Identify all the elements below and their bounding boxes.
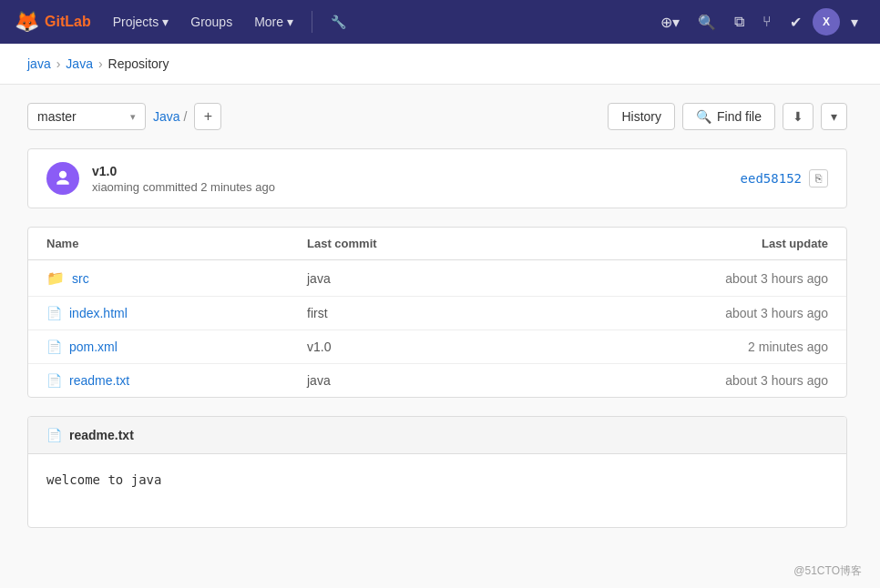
branch-name: master [37, 109, 77, 124]
readme-header: 📄 readme.txt [28, 417, 846, 454]
chevron-down-icon: ▾ [162, 15, 169, 29]
file-icon: 📄 [46, 373, 62, 388]
chevron-down-icon: ▾ [672, 14, 680, 31]
commit-box: v1.0 xiaoming committed 2 minutes ago ee… [27, 148, 847, 208]
file-name-text: src [72, 271, 89, 286]
file-name-text: index.html [69, 306, 128, 320]
file-name-index[interactable]: 📄 index.html [46, 306, 307, 320]
file-name-pom[interactable]: 📄 pom.xml [46, 340, 307, 354]
branch-chevron: ▾ [130, 111, 136, 123]
nav-groups[interactable]: Groups [179, 0, 243, 44]
file-name-readme[interactable]: 📄 readme.txt [46, 373, 307, 388]
brand-logo[interactable]: 🦊 GitLab [15, 10, 91, 34]
navbar-right: ⊕ ▾ 🔍 ⧉ ⑂ ✔ X ▾ [653, 8, 865, 36]
file-name-text: pom.xml [69, 340, 118, 354]
breadcrumb-sep-1: › [56, 56, 61, 71]
commit-msg: first [307, 306, 568, 320]
path-segment: Java / [153, 109, 187, 124]
copy-hash-btn[interactable]: ⎘ [809, 169, 828, 188]
table-row: 📁 src java about 3 hours ago [28, 260, 846, 297]
table-row: 📄 pom.xml v1.0 2 minutes ago [28, 330, 846, 364]
nav-wrench[interactable]: 🔧 [320, 0, 357, 44]
commit-hash-text[interactable]: eed58152 [741, 171, 802, 186]
file-name-src[interactable]: 📁 src [46, 269, 307, 287]
breadcrumb-current: Repository [108, 56, 169, 71]
issues-btn[interactable]: ⑂ [755, 8, 779, 35]
user-avatar[interactable]: X [813, 8, 840, 35]
todos-btn[interactable]: ✔ [783, 8, 809, 36]
commit-avatar [46, 162, 79, 195]
more-options-btn[interactable]: ▾ [821, 103, 847, 130]
plus-icon: ⊕ [660, 14, 672, 31]
file-name-text: readme.txt [69, 373, 129, 388]
breadcrumb: java › Java › Repository [0, 44, 880, 85]
commit-hash: eed58152 ⎘ [741, 169, 828, 188]
search-btn[interactable]: 🔍 [691, 8, 723, 36]
file-icon: 📄 [46, 340, 62, 354]
breadcrumb-Java-link[interactable]: Java [66, 56, 93, 71]
add-file-btn[interactable]: + [194, 103, 221, 130]
last-update: 2 minutes ago [568, 340, 828, 354]
issues-icon: ⑂ [762, 14, 772, 30]
nav-separator [312, 11, 312, 33]
table-row: 📄 readme.txt java about 3 hours ago [28, 364, 846, 397]
main-content: master ▾ Java / + History 🔍 Find file ⬇ … [0, 85, 875, 546]
search-icon: 🔍 [696, 109, 711, 124]
chevron-down-icon: ▾ [287, 15, 293, 29]
download-btn[interactable]: ⬇ [783, 103, 813, 130]
file-table: Name Last commit Last update 📁 src java … [27, 227, 847, 398]
commit-info: v1.0 xiaoming committed 2 minutes ago [92, 164, 728, 194]
last-update: about 3 hours ago [568, 373, 828, 388]
find-file-label: Find file [717, 109, 762, 124]
table-row: 📄 index.html first about 3 hours ago [28, 297, 846, 330]
branch-selector[interactable]: master ▾ [27, 103, 146, 130]
new-item-btn[interactable]: ⊕ ▾ [653, 8, 687, 36]
folder-icon: 📁 [46, 269, 65, 287]
col-update: Last update [568, 237, 828, 250]
find-file-btn[interactable]: 🔍 Find file [682, 103, 775, 130]
file-icon: 📄 [46, 306, 62, 320]
breadcrumb-sep-2: › [98, 56, 103, 71]
col-name: Name [46, 237, 307, 250]
branch-actions: History 🔍 Find file ⬇ ▾ [608, 103, 847, 130]
commit-author: xiaoming [92, 180, 139, 194]
readme-file-icon: 📄 [46, 428, 62, 442]
history-label: History [621, 109, 661, 124]
file-table-header: Name Last commit Last update [28, 228, 846, 260]
last-update: about 3 hours ago [568, 306, 828, 320]
commit-msg: java [307, 373, 568, 388]
path-slash: / [184, 109, 188, 124]
last-update: about 3 hours ago [568, 271, 828, 286]
brand-name: GitLab [45, 14, 91, 30]
commit-title: v1.0 [92, 164, 728, 178]
commit-msg: java [307, 271, 568, 286]
gitlab-icon: 🦊 [15, 10, 39, 34]
readme-content: welcome to java [28, 454, 846, 527]
commit-time: 2 minutes ago [200, 180, 275, 194]
readme-filename: readme.txt [69, 428, 134, 442]
commit-action: committed [143, 180, 201, 194]
todos-icon: ✔ [790, 14, 802, 31]
commit-meta: xiaoming committed 2 minutes ago [92, 180, 728, 194]
readme-text: welcome to java [46, 472, 161, 487]
nav-projects[interactable]: Projects ▾ [102, 0, 180, 44]
search-icon: 🔍 [698, 14, 716, 31]
navbar: 🦊 GitLab Projects ▾ Groups More ▾ 🔧 ⊕ ▾ … [0, 0, 880, 44]
user-icon [54, 169, 72, 188]
nav-more[interactable]: More ▾ [243, 0, 304, 44]
readme-box: 📄 readme.txt welcome to java [27, 416, 847, 528]
avatar-dropdown-btn[interactable]: ▾ [844, 8, 865, 36]
path-folder[interactable]: Java [153, 109, 180, 124]
breadcrumb-java-link[interactable]: java [27, 56, 51, 71]
commit-msg: v1.0 [307, 340, 568, 354]
col-commit: Last commit [307, 237, 568, 250]
chevron-down-icon: ▾ [851, 14, 858, 31]
wrench-icon: 🔧 [331, 15, 346, 29]
merge-icon: ⧉ [734, 14, 744, 30]
history-btn[interactable]: History [608, 103, 675, 130]
branch-row: master ▾ Java / + History 🔍 Find file ⬇ … [27, 103, 847, 130]
merge-requests-btn[interactable]: ⧉ [727, 8, 752, 35]
